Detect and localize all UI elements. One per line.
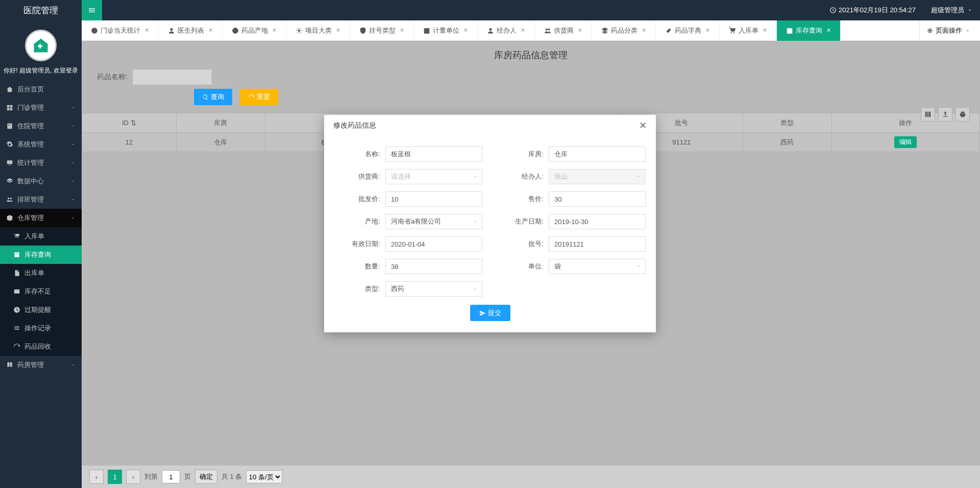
calendar-icon <box>786 27 793 34</box>
cart-icon <box>729 27 736 34</box>
chevron-down-icon <box>70 362 76 368</box>
chevron-down-icon <box>70 124 76 129</box>
export-button[interactable] <box>938 107 952 121</box>
agent-select[interactable]: 张山 <box>549 169 646 184</box>
tab-suppliers[interactable]: 供货商✕ <box>535 20 592 41</box>
qty-field[interactable] <box>385 259 482 274</box>
col-id[interactable]: ID ⇅ <box>82 113 177 133</box>
svg-rect-4 <box>424 28 429 33</box>
tab-reg-type[interactable]: 挂号类型✕ <box>350 20 414 41</box>
close-icon[interactable]: ✕ <box>705 27 710 34</box>
close-icon[interactable]: ✕ <box>400 27 404 34</box>
user-icon <box>168 27 175 34</box>
file-icon <box>13 270 20 277</box>
close-icon[interactable]: ✕ <box>826 27 831 34</box>
user-dropdown[interactable]: 超级管理员 <box>931 6 972 15</box>
hamburger-icon <box>88 6 96 14</box>
export-icon <box>942 111 949 118</box>
columns-button[interactable] <box>921 107 935 121</box>
mfg-date-field[interactable] <box>549 214 646 229</box>
search-label: 药品名称: <box>97 72 128 82</box>
price-field[interactable] <box>549 191 646 207</box>
store-field[interactable] <box>549 147 646 162</box>
sidebar-item-warehouse[interactable]: 仓库管理 <box>0 209 82 227</box>
tab-stock-query[interactable]: 库存查询✕ <box>777 20 841 41</box>
tab-categories[interactable]: 项目大类✕ <box>286 20 350 41</box>
inbox-icon <box>13 288 20 295</box>
unit-select[interactable]: 袋 <box>549 259 646 274</box>
sidebar-item-shortage[interactable]: 库存不足 <box>0 282 82 301</box>
grid-icon <box>6 104 13 111</box>
supplier-select[interactable]: 请选择 <box>385 169 482 184</box>
close-icon[interactable]: ✕ <box>336 27 340 34</box>
close-icon[interactable]: ✕ <box>272 27 277 34</box>
sidebar-item-pharmacy[interactable]: 药房管理 <box>0 356 82 374</box>
page-1-button[interactable]: 1 <box>108 470 122 484</box>
svg-point-11 <box>929 30 931 31</box>
page-size-select[interactable]: 10 条/页 <box>246 470 282 483</box>
close-icon[interactable]: ✕ <box>463 27 468 34</box>
tab-units[interactable]: 计量单位✕ <box>414 20 478 41</box>
exp-date-field[interactable] <box>385 236 482 252</box>
sidebar-home[interactable]: 后台首页 <box>0 80 82 99</box>
list-icon <box>13 325 20 332</box>
col-store[interactable]: 库房 <box>176 113 265 133</box>
tab-inbound[interactable]: 入库单✕ <box>720 20 777 41</box>
tab-drug-dict[interactable]: 药品字典✕ <box>656 20 720 41</box>
next-page-button[interactable]: › <box>126 470 140 484</box>
type-select[interactable]: 西药 <box>385 281 482 297</box>
tab-origin[interactable]: 药品产地✕ <box>223 20 286 41</box>
modal-close-button[interactable]: ✕ <box>639 120 647 131</box>
close-icon[interactable]: ✕ <box>578 27 582 34</box>
submit-button[interactable]: 提交 <box>470 305 510 321</box>
menu-toggle-button[interactable] <box>82 0 102 20</box>
sidebar-item-stock-query[interactable]: 库存查询 <box>0 246 82 264</box>
calendar-icon <box>13 251 20 258</box>
chevron-down-icon <box>636 264 641 269</box>
name-field[interactable] <box>385 147 482 162</box>
goto-page-input[interactable] <box>162 470 180 483</box>
page-operations-dropdown[interactable]: 页面操作 <box>919 20 980 41</box>
tab-doctors[interactable]: 医生列表✕ <box>159 20 223 41</box>
close-icon[interactable]: ✕ <box>144 27 149 34</box>
app-logo: 医院管理 <box>0 5 82 16</box>
sidebar-item-recycle[interactable]: 药品回收 <box>0 337 82 356</box>
prev-page-button[interactable]: ‹ <box>89 470 104 484</box>
goto-confirm-button[interactable]: 确定 <box>195 470 217 484</box>
print-icon <box>959 111 966 118</box>
topbar: 医院管理 2021年02月19日 20:54:27 超级管理员 <box>0 0 980 20</box>
batch-field[interactable] <box>549 236 646 252</box>
wholesale-field[interactable] <box>385 191 482 207</box>
sidebar-item-data[interactable]: 数据中心 <box>0 172 82 190</box>
sidebar-item-schedule[interactable]: 排班管理 <box>0 190 82 209</box>
svg-point-1 <box>170 28 173 31</box>
tab-drug-cats[interactable]: 药品分类✕ <box>592 20 656 41</box>
layers-icon <box>6 178 13 185</box>
close-icon[interactable]: ✕ <box>763 27 767 34</box>
clock-icon <box>13 306 20 313</box>
drug-name-input[interactable] <box>133 69 212 85</box>
box-icon <box>6 214 13 222</box>
tab-agents[interactable]: 经办人✕ <box>478 20 535 41</box>
search-button[interactable]: 查询 <box>194 89 232 105</box>
print-button[interactable] <box>955 107 970 121</box>
sidebar-item-stats[interactable]: 统计管理 <box>0 154 82 172</box>
sidebar-item-inbound[interactable]: 入库单 <box>0 227 82 246</box>
col-type[interactable]: 类型 <box>743 113 831 133</box>
welcome-text: 你好! 超级管理员, 欢迎登录 <box>0 66 82 75</box>
close-icon[interactable]: ✕ <box>208 27 213 34</box>
sidebar-item-outbound[interactable]: 出库单 <box>0 264 82 282</box>
svg-point-3 <box>298 30 300 32</box>
sidebar-item-expiry[interactable]: 过期提醒 <box>0 301 82 319</box>
sidebar-item-inpatient[interactable]: 住院管理 <box>0 117 82 135</box>
origin-select[interactable]: 河南省a有限公司 <box>385 214 482 229</box>
close-icon[interactable]: ✕ <box>521 27 525 34</box>
sidebar-item-outpatient[interactable]: 门诊管理 <box>0 99 82 117</box>
sidebar-item-logs[interactable]: 操作记录 <box>0 319 82 337</box>
edit-button[interactable]: 编辑 <box>894 136 917 148</box>
close-icon[interactable]: ✕ <box>642 27 646 34</box>
reset-button[interactable]: 重置 <box>240 89 278 105</box>
sidebar-item-system[interactable]: 系统管理 <box>0 135 82 154</box>
tab-outpatient-stats[interactable]: 门诊当天统计✕ <box>82 20 159 41</box>
page-title: 库房药品信息管理 <box>82 41 980 69</box>
